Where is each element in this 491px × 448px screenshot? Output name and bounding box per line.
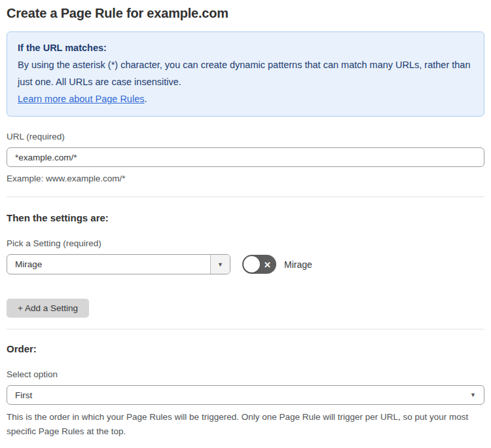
setting-select[interactable]: Mirage ▼ [7, 254, 230, 274]
page-rule-form: Create a Page Rule for example.com If th… [0, 0, 491, 448]
url-input[interactable] [7, 147, 484, 167]
url-field-label: URL (required) [7, 132, 484, 141]
url-example-helper: Example: www.example.com/* [7, 172, 484, 185]
info-box-link-line: Learn more about Page Rules. [18, 90, 473, 107]
divider [7, 196, 484, 197]
toggle-off-x-icon: ✕ [264, 260, 271, 269]
settings-section-heading: Then the settings are: [7, 212, 484, 223]
page-title: Create a Page Rule for example.com [7, 6, 484, 21]
toggle-knob [244, 256, 260, 272]
order-helper-text: This is the order in which your Page Rul… [7, 410, 478, 439]
link-suffix: . [144, 94, 147, 104]
learn-more-link[interactable]: Learn more about Page Rules [18, 94, 144, 104]
setting-row: Mirage ▼ ✕ Mirage [7, 254, 484, 274]
add-setting-button[interactable]: + Add a Setting [7, 299, 89, 318]
order-select[interactable]: First ▼ [7, 385, 484, 405]
mirage-toggle[interactable]: ✕ [242, 255, 276, 274]
url-match-info-box: If the URL matches: By using the asteris… [7, 31, 484, 117]
mirage-toggle-group: ✕ Mirage [242, 255, 312, 274]
add-setting-wrap: + Add a Setting [7, 299, 484, 318]
info-box-heading: If the URL matches: [18, 39, 473, 56]
mirage-toggle-label: Mirage [284, 259, 312, 270]
setting-select-value: Mirage [7, 255, 210, 274]
order-select-label: Select option [7, 369, 484, 379]
order-select-value: First [15, 390, 32, 400]
chevron-down-icon: ▼ [470, 392, 476, 398]
setting-select-arrow-button[interactable]: ▼ [210, 255, 230, 274]
pick-setting-label: Pick a Setting (required) [7, 238, 484, 248]
info-box-body: By using the asterisk (*) character, you… [18, 56, 473, 90]
divider [7, 329, 484, 329]
order-section-heading: Order: [7, 343, 484, 354]
chevron-down-icon: ▼ [217, 261, 223, 268]
